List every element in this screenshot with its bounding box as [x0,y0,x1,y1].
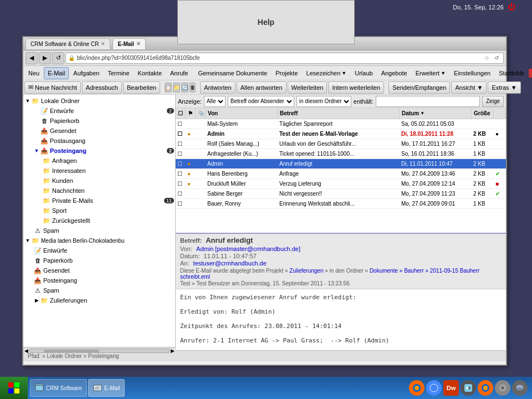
dw-icon[interactable]: Dw [443,380,459,396]
col-header-grosse[interactable]: Größe [472,108,494,119]
menu-neu[interactable]: Neu [24,67,43,79]
firefox2-icon[interactable] [478,380,493,396]
finder-icon[interactable] [461,380,476,396]
sidebar-item-interessanten[interactable]: 📁 Interessaten [24,166,174,176]
menu-kontakte[interactable]: Kontakte [134,67,166,79]
menu-lesezeichen[interactable]: Lesezeichen▼ [303,67,351,79]
row-check[interactable]: ☐ [176,131,186,137]
email-row[interactable]: ☐ ● Sabine Berger Nicht vergessen!! Mo, … [176,189,506,199]
sidebar-item-kunden[interactable]: 📁 Kunden [24,176,174,186]
row-check[interactable]: ☐ [176,171,186,177]
von-link[interactable]: Admin [postmaster@crmhandbuch.de] [196,245,300,252]
sidebar-item-zulieferungen[interactable]: ▶ 📁 Zulieferungen [24,295,174,305]
col-header-check[interactable]: ☐ [176,108,186,119]
email-row[interactable]: ☐ ● Druckluft Müller Verzug Lieferung Mo… [176,179,506,189]
col-header-attach[interactable]: 📎 [196,108,206,119]
sidebar-item-spam[interactable]: ⚠ Spam [24,226,174,236]
an-link[interactable]: testuser@crmhandbuch.de [193,260,267,267]
bookmark-icon[interactable]: ☆ [482,54,491,63]
sidebar-item-sport[interactable]: 📁 Sport [24,206,174,216]
anzeige-select[interactable]: Alle [204,96,226,107]
chrome-icon[interactable] [426,380,442,396]
path-project-link[interactable]: Zulieferungen [289,268,323,274]
bearbeiten-button[interactable]: Bearbeiten [123,81,160,94]
action-icon-4[interactable]: 🗑 [190,83,196,93]
col-header-datum[interactable]: Datum ▼ [400,108,472,119]
sidebar-item-private-emails[interactable]: 📁 Private E-Mails 11 [24,196,174,206]
tab-crm-close[interactable]: ✕ [101,41,105,47]
sidebar-item-entwurfe2[interactable]: 📝 Entwürfe [24,245,174,255]
reload-button[interactable]: ↺ [52,52,64,64]
menu-aufgaben[interactable]: Aufgaben [69,67,103,79]
expand-lokale[interactable]: ▼ [24,98,31,104]
action-icon-1[interactable]: 📋 [165,83,172,93]
shutdown-icon[interactable]: ⏻ [508,2,515,11]
weiterleiten-button[interactable]: Weiterleiten [288,81,328,94]
search-type-select[interactable]: Betreff oder Absender [228,96,294,107]
back-button[interactable]: ◀ [25,52,38,64]
sidebar-item-entwurfe[interactable]: 📝 Entwürfe 2 [24,106,174,116]
scroll-left[interactable]: ◀ [24,348,28,351]
sidebar-item-gesendet2[interactable]: 📤 Gesendet [24,265,174,275]
menu-einstellungen[interactable]: Einstellungen [450,67,494,79]
scroll-thumb[interactable] [44,350,99,351]
menu-termine[interactable]: Termine [104,67,133,79]
address-bar[interactable]: 🔒 blic/index.php?id=9003059141e6d98a7181… [65,53,504,64]
menu-erweitert[interactable]: Erweitert▼ [412,67,449,79]
menu-email[interactable]: E-Mail [44,67,69,79]
tab-crm[interactable]: CRM Software & Online CR ✕ [25,38,110,49]
action-icon-2[interactable]: 📁 [173,83,180,93]
row-check[interactable]: ☐ [176,121,186,127]
sidebar-item-anfragen[interactable]: 📁 Anfragen [24,156,174,166]
antworten-button[interactable]: Antworten [200,81,236,94]
menu-startbilds[interactable]: Startbilds [495,67,528,79]
col-header-betreff[interactable]: Betreff [278,108,400,119]
expand-zulieferungen[interactable]: ▶ [33,298,40,303]
scroll-right[interactable]: ▶ [171,348,175,351]
location-select[interactable]: in diesem Ordner [296,96,351,107]
email-row[interactable]: ☐ ● Bauer, Ronny Erinnerung Werkstatt ab… [176,199,506,209]
sidebar-item-postausgang[interactable]: 📤 Postausgang [24,136,174,146]
forward-button[interactable]: ▶ [39,52,51,64]
menu-urlaub[interactable]: Urlaub [351,67,376,79]
row-check[interactable]: ☐ [176,141,186,147]
col-header-status[interactable] [494,108,506,119]
expand-media[interactable]: ▼ [24,238,31,243]
start-button[interactable] [0,377,28,399]
adressbuch-button[interactable]: Adressbuch [82,81,122,94]
row-check[interactable]: ☐ [176,161,186,167]
email-row[interactable]: ☐ ● Admin Anruf erledigt Di, 11.01.2011 … [176,159,506,169]
email-row[interactable]: ☐ ● Rolf (Sales Manag...) Urlaub von der… [176,139,506,149]
search-button[interactable]: Zeige [482,96,504,107]
contains-input[interactable] [376,96,480,107]
menu-angebote[interactable]: Angebote [377,67,411,79]
row-check[interactable]: ☐ [176,181,186,187]
sidebar-item-nachrichten[interactable]: 📁 Nachrichten [24,186,174,196]
row-check[interactable]: ☐ [176,201,186,207]
action-icon-3[interactable]: 🔄 [181,83,188,93]
db-icon[interactable] [512,380,528,396]
sidebar-scrollbar[interactable]: ◀ ▶ [23,347,176,350]
expand-posteingang[interactable]: ▼ [33,148,40,154]
system-icon[interactable] [495,380,510,396]
row-check[interactable]: ☐ [176,151,186,157]
tab-email-close[interactable]: ✕ [136,41,141,47]
sidebar-item-media-laden[interactable]: ▼ 📁 Media laden Berlin-Chokoladenbu [24,236,174,245]
taskbar-item-1[interactable]: CRM Software [30,379,87,397]
sidebar-item-posteingang[interactable]: ▼ 📥 Posteingang 2 [24,146,174,156]
email-row[interactable]: ☐ ● Admin Test der neuen E-Mail-Vorlage … [176,129,506,139]
sidebar-item-papierkorb2[interactable]: 🗑 Papierkorb [24,255,174,265]
email-row[interactable]: ☐ ● Mail-System Täglicher Spamreport Sa,… [176,119,506,129]
col-header-flag[interactable]: ⚑ [186,108,196,119]
col-header-von[interactable]: Von [206,108,278,119]
firefox-icon[interactable] [409,380,424,396]
menu-anrufe[interactable]: Anrufe [166,67,192,79]
tab-email[interactable]: E-Mail ✕ [112,38,145,49]
sidebar-item-gesendet[interactable]: 📤 Gesendet [24,126,174,136]
taskbar-item-2[interactable]: E-Mail [88,379,125,397]
sidebar-item-spam2[interactable]: ⚠ Spam [24,285,174,295]
menu-projekte[interactable]: Projekte [272,67,301,79]
intern-weiterleiten-button[interactable]: Intern weiterleiten [328,81,384,94]
reload-small-icon[interactable]: ↺ [492,54,501,63]
email-row[interactable]: ☐ ● Anfragesteller (Ku...) Ticket opened… [176,149,506,159]
